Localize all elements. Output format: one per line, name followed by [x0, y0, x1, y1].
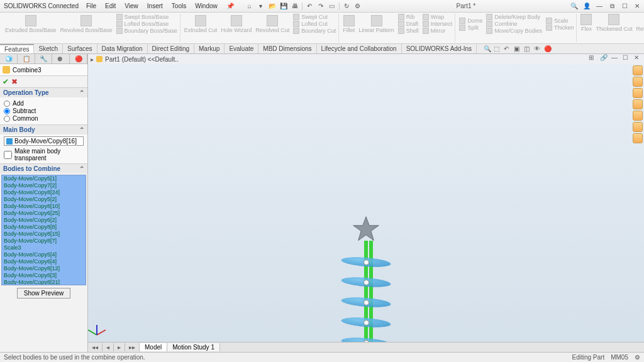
flex-button[interactable]: Flex: [580, 14, 592, 32]
tab-scroll-right-one[interactable]: ▸: [114, 343, 125, 351]
tab-appearance-icon[interactable]: 🔴: [70, 54, 87, 63]
hide-show-icon[interactable]: 👁: [534, 45, 541, 53]
window-min-icon[interactable]: —: [611, 54, 619, 62]
extruded-boss-button[interactable]: Extruded Boss/Base: [5, 15, 57, 33]
tab-addins[interactable]: SOLIDWORKS Add-Ins: [402, 44, 477, 53]
tab-property-icon[interactable]: 📋: [18, 54, 35, 63]
taskpane-appearance-icon[interactable]: [633, 111, 643, 121]
tab-evaluate[interactable]: Evaluate: [225, 44, 258, 53]
prev-view-icon[interactable]: ↶: [504, 45, 511, 53]
revolved-boss-button[interactable]: Revolved Boss/Base: [60, 15, 113, 33]
taskpane-view-icon[interactable]: [633, 99, 643, 109]
tab-config-icon[interactable]: 🔧: [35, 54, 53, 63]
boundary-boss-button[interactable]: Boundary Boss/Base: [116, 28, 177, 34]
move-copy-button[interactable]: Move/Copy Bodies: [486, 28, 542, 34]
list-item[interactable]: Body-Move/Copy5[4]: [2, 251, 86, 258]
menu-window[interactable]: Window: [191, 1, 221, 11]
ok-button[interactable]: ✔: [3, 77, 9, 86]
expand-tree-icon[interactable]: ▸: [91, 56, 94, 63]
taskpane-forum-icon[interactable]: [633, 133, 643, 143]
thicken-button[interactable]: Thicken: [546, 25, 574, 31]
menu-tools[interactable]: Tools: [168, 1, 190, 11]
display-style-icon[interactable]: ◫: [524, 45, 531, 53]
fillet-button[interactable]: Fillet: [343, 15, 355, 33]
tab-data-migration[interactable]: Data Migration: [97, 44, 148, 53]
combine-button[interactable]: Combine: [486, 21, 542, 27]
linear-pattern-button[interactable]: Linear Pattern: [358, 15, 394, 33]
radio-common[interactable]: Common: [4, 115, 84, 122]
mirror-button[interactable]: Mirror: [423, 28, 453, 34]
section-header[interactable]: Main Body⌃: [0, 125, 87, 134]
taskpane-home-icon[interactable]: [633, 65, 643, 75]
tab-features[interactable]: Features: [0, 44, 34, 53]
dome-button[interactable]: Dome: [459, 18, 482, 24]
window-close-icon[interactable]: ✕: [634, 54, 641, 62]
tab-mbd[interactable]: MBD Dimensions: [258, 44, 316, 53]
rebuild-icon[interactable]: ↻: [342, 2, 351, 11]
taskpane-custom-icon[interactable]: [633, 122, 643, 132]
zoom-area-icon[interactable]: ⬚: [494, 45, 501, 53]
list-item[interactable]: Scale3: [2, 244, 86, 251]
bodies-list[interactable]: Body-Move/Copy5[1]Body-Move/Copy7[2]Body…: [1, 175, 86, 285]
show-preview-button[interactable]: Show Preview: [17, 288, 70, 299]
tab-direct-editing[interactable]: Direct Editing: [148, 44, 194, 53]
transparent-checkbox[interactable]: Make main body transparent: [4, 148, 84, 162]
list-item[interactable]: Body-Move/Copy8[15]: [2, 231, 86, 238]
list-item[interactable]: Body-Move/Copy5[1]: [2, 175, 86, 182]
hole-wizard-button[interactable]: Hole Wizard: [221, 15, 252, 33]
list-item[interactable]: Body-Move/Copy8[24]: [2, 189, 86, 196]
tab-markup[interactable]: Markup: [194, 44, 225, 53]
menu-view[interactable]: View: [121, 1, 142, 11]
list-item[interactable]: Body-Move/Copy6[4]: [2, 258, 86, 265]
window-split-icon[interactable]: ⊞: [589, 54, 596, 62]
user-icon[interactable]: 👤: [582, 2, 591, 11]
print-icon[interactable]: 🖶: [291, 2, 299, 11]
menu-pin-icon[interactable]: 📌: [223, 1, 238, 11]
tab-feature-tree-icon[interactable]: 🧊: [0, 54, 18, 63]
revolved-cut-button[interactable]: Revolved Cut: [255, 15, 289, 33]
delete-body-button[interactable]: Delete/Keep Body: [486, 14, 542, 20]
draft-button[interactable]: Draft: [398, 21, 419, 27]
tab-display-icon[interactable]: ⊕: [52, 54, 70, 63]
menu-insert[interactable]: Insert: [143, 1, 167, 11]
menu-file[interactable]: File: [82, 1, 100, 11]
window-link-icon[interactable]: 🔗: [600, 54, 608, 62]
tab-sketch[interactable]: Sketch: [34, 44, 63, 53]
shell-button[interactable]: Shell: [398, 28, 419, 34]
list-item[interactable]: Body-Move/Copy8[7]: [2, 238, 86, 244]
list-item[interactable]: Body-Move/Copy6[25]: [2, 210, 86, 217]
tab-scroll-left[interactable]: ◂◂: [88, 343, 103, 351]
radio-add[interactable]: Add: [4, 100, 84, 107]
graphics-viewport[interactable]: ▸ Part1 (Default) <<Default.. ⊞ 🔗 — ☐ ✕: [88, 54, 644, 352]
tab-scroll-right[interactable]: ▸▸: [125, 343, 140, 351]
redo-icon[interactable]: ↷: [316, 2, 325, 11]
section-header[interactable]: Operation Type⌃: [0, 88, 87, 97]
tab-lifecycle[interactable]: Lifecycle and Collaboration: [317, 44, 402, 53]
wrap-button[interactable]: Wrap: [423, 14, 453, 20]
lofted-boss-button[interactable]: Lofted Boss/Base: [116, 21, 177, 27]
lofted-cut-button[interactable]: Lofted Cut: [293, 21, 336, 27]
new-icon[interactable]: ▾: [257, 2, 265, 11]
split-button[interactable]: Split: [459, 25, 482, 31]
main-body-field[interactable]: Body-Move/Copy8[16]: [4, 136, 84, 146]
swept-cut-button[interactable]: Swept Cut: [293, 14, 336, 20]
maximize-icon[interactable]: ☐: [620, 2, 629, 11]
status-options-icon[interactable]: ⚙: [635, 354, 640, 361]
menu-edit[interactable]: Edit: [101, 1, 119, 11]
scale-button[interactable]: Scale: [546, 18, 574, 24]
cancel-button[interactable]: ✖: [11, 77, 18, 86]
status-units[interactable]: MM05: [611, 354, 628, 361]
extruded-cut-button[interactable]: Extruded Cut: [184, 15, 218, 33]
list-item[interactable]: Body-Move/Copy8[3]: [2, 272, 86, 279]
ref-geometry-button[interactable]: Reference Geometry: [636, 14, 644, 32]
undo-icon[interactable]: ↶: [305, 2, 314, 11]
section-header[interactable]: Bodies to Combine⌃: [0, 164, 87, 173]
tab-motion-study[interactable]: Motion Study 1: [167, 343, 220, 351]
zoom-fit-icon[interactable]: 🔍: [484, 45, 491, 53]
list-item[interactable]: Body-Move/Copy7[2]: [2, 182, 86, 189]
search-icon[interactable]: 🔍: [570, 2, 579, 11]
options-icon[interactable]: ⚙: [353, 2, 362, 11]
minimize-icon[interactable]: —: [595, 2, 604, 11]
tab-model[interactable]: Model: [140, 343, 167, 351]
tab-surfaces[interactable]: Surfaces: [63, 44, 97, 53]
